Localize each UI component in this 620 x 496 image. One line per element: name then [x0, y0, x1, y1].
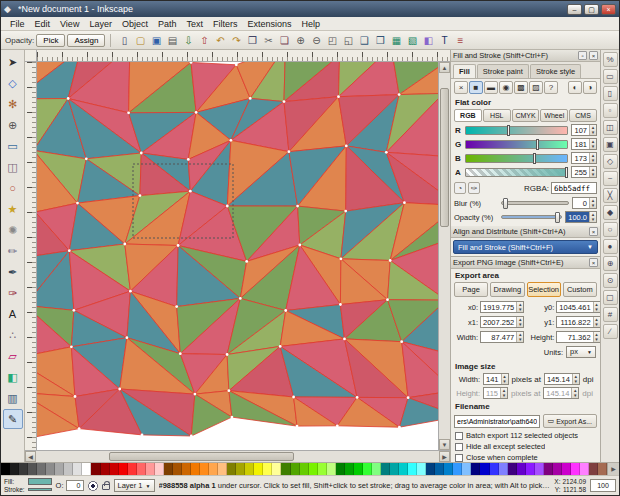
snap-rotation-center-icon[interactable]: ⊙ [603, 273, 618, 288]
export-area-custom[interactable]: Custom [563, 282, 597, 297]
rgba-input[interactable] [551, 182, 597, 194]
channel-value-a[interactable]: 255▴▾ [571, 166, 597, 178]
checkbox-box[interactable] [455, 432, 463, 440]
palette-swatch[interactable] [37, 463, 46, 475]
area-width-input[interactable]: 87.477▴▾ [480, 331, 524, 343]
palette-swatch[interactable] [227, 463, 236, 475]
text-dialog-icon[interactable]: T [436, 33, 452, 48]
palette-swatch[interactable] [119, 463, 128, 475]
snap-bbox-corners-icon[interactable]: ▫ [603, 103, 618, 118]
palette-swatch[interactable] [281, 463, 290, 475]
align-dialog-icon[interactable]: ≡ [452, 33, 468, 48]
export-dialog-header[interactable]: Export PNG Image (Shift+Ctrl+E) × [451, 257, 600, 269]
palette-swatch[interactable] [110, 463, 119, 475]
copy-icon[interactable]: ❐ [244, 33, 260, 48]
horizontal-scroll-thumb[interactable] [109, 452, 294, 461]
dialog-switcher[interactable]: Fill and Stroke (Shift+Ctrl+F) ▼ [453, 240, 598, 254]
snap-enable-icon[interactable]: % [603, 52, 618, 67]
zoom-input[interactable]: 100 [590, 479, 616, 492]
palette-swatch[interactable] [372, 463, 381, 475]
channel-slider-b[interactable] [465, 154, 568, 163]
spray-tool[interactable]: ∴ [3, 325, 23, 345]
palette-swatch[interactable] [336, 463, 345, 475]
spin-arrows[interactable]: ▴▾ [593, 317, 600, 327]
snap-object-centers-icon[interactable]: ⊕ [603, 256, 618, 271]
open-document-icon[interactable]: ▢ [132, 33, 148, 48]
palette-swatch[interactable] [55, 463, 64, 475]
text-tool[interactable]: A [3, 304, 23, 324]
palette-swatch[interactable] [291, 463, 300, 475]
palette-swatch[interactable] [146, 463, 155, 475]
ungroup-icon[interactable]: ▧ [404, 33, 420, 48]
titlebar[interactable]: ◆ *New document 1 - Inkscape – ▢ × [1, 1, 619, 17]
bezier-tool[interactable]: ✒ [3, 262, 23, 282]
dock-icon[interactable]: ▫ [578, 51, 587, 60]
palette-swatch[interactable] [517, 463, 526, 475]
palette-swatch[interactable] [200, 463, 209, 475]
palette-swatch[interactable] [46, 463, 55, 475]
palette-swatch[interactable] [399, 463, 408, 475]
selection-opacity-input[interactable]: 0 [66, 480, 84, 491]
palette-swatch[interactable] [137, 463, 146, 475]
snap-midpoints-icon[interactable]: ● [603, 239, 618, 254]
palette-swatch[interactable] [363, 463, 372, 475]
rectangle-tool[interactable]: ▭ [3, 136, 23, 156]
channel-slider-r[interactable] [465, 126, 568, 135]
layer-selector[interactable]: Layer 1 ▼ [114, 479, 155, 492]
palette-swatch[interactable] [191, 463, 200, 475]
spin-arrows[interactable]: ▴▾ [589, 167, 596, 177]
palette-swatch[interactable] [417, 463, 426, 475]
snap-guides-icon[interactable]: ∕ [603, 324, 618, 339]
blur-slider[interactable] [501, 201, 569, 205]
colorspace-tab-rgb[interactable]: RGB [454, 109, 482, 122]
palette-swatch[interactable] [544, 463, 553, 475]
palette-swatch[interactable] [101, 463, 110, 475]
palette-swatch[interactable] [73, 463, 82, 475]
palette-swatch[interactable] [553, 463, 562, 475]
snap-cusp-nodes-icon[interactable]: ◆ [603, 205, 618, 220]
radial-gradient-icon[interactable]: ◉ [499, 81, 513, 94]
opacity-input[interactable]: 100.0 ▴▾ [565, 211, 597, 223]
menu-layer[interactable]: Layer [84, 18, 117, 30]
checkbox-hide-all-except-selected[interactable]: Hide all except selected [451, 441, 600, 452]
tab-stroke-paint[interactable]: Stroke paint [477, 64, 529, 78]
dpi-input[interactable]: 145.14▴▾ [544, 373, 580, 385]
spin-arrows[interactable]: ▴▾ [593, 302, 600, 312]
palette-swatch[interactable] [182, 463, 191, 475]
snap-page-border-icon[interactable]: ▢ [603, 290, 618, 305]
maximize-button[interactable]: ▢ [584, 4, 599, 15]
stroke-swatch[interactable] [28, 488, 52, 491]
fill-rule-evenodd-icon[interactable]: ◐ [568, 81, 582, 94]
palette-swatch[interactable] [471, 463, 480, 475]
palette-scroll-icon[interactable]: ▶ [607, 463, 619, 475]
palette-swatch[interactable] [155, 463, 164, 475]
drawing-canvas[interactable] [37, 62, 438, 450]
menu-help[interactable]: Help [296, 18, 325, 30]
units-dropdown[interactable]: px▼ [566, 346, 596, 358]
palette-swatch[interactable] [426, 463, 435, 475]
snap-bbox-centers-icon[interactable]: ▣ [603, 137, 618, 152]
tab-fill[interactable]: Fill [453, 64, 476, 78]
export-area-page[interactable]: Page [454, 282, 488, 297]
duplicate-icon[interactable]: ❑ [356, 33, 372, 48]
undo-icon[interactable]: ↶ [212, 33, 228, 48]
close-icon[interactable]: × [589, 258, 598, 267]
unknown-paint-icon[interactable]: ? [544, 81, 558, 94]
eraser-tool[interactable]: ▱ [3, 346, 23, 366]
fill-rule-nonzero-icon[interactable]: ◑ [583, 81, 597, 94]
palette-swatch[interactable] [327, 463, 336, 475]
horizontal-scrollbar[interactable]: ◀ ▶ [25, 450, 450, 462]
close-icon[interactable]: × [589, 51, 598, 60]
filename-input[interactable] [454, 415, 540, 428]
palette-swatch[interactable] [263, 463, 272, 475]
image-height-input[interactable]: 115▴▾ [483, 387, 508, 399]
palette-swatch[interactable] [209, 463, 218, 475]
pattern-icon[interactable]: ▩ [514, 81, 528, 94]
spin-arrows[interactable]: ▴▾ [593, 332, 600, 342]
scroll-right-icon[interactable]: ▶ [439, 451, 450, 462]
checkbox-box[interactable] [455, 443, 463, 451]
calligraphy-tool[interactable]: ✑ [3, 283, 23, 303]
spin-arrows[interactable]: ▴▾ [589, 125, 596, 135]
no-paint-icon[interactable]: × [454, 81, 468, 94]
spin-arrows[interactable]: ▴▾ [589, 198, 596, 208]
